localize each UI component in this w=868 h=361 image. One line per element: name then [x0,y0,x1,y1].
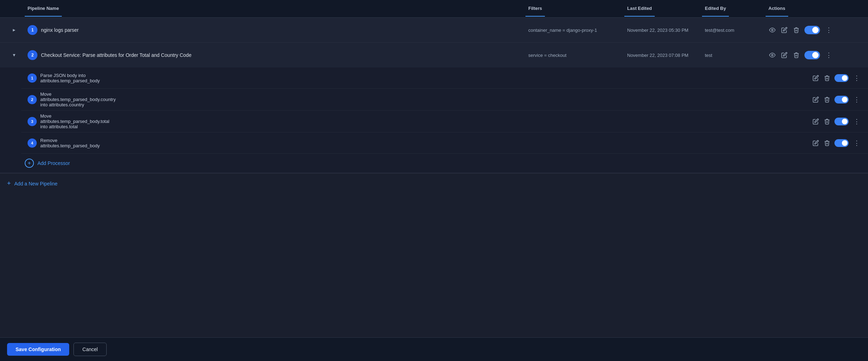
processor-toggle-2-3[interactable] [834,118,849,125]
filter-cell-1: container_name = django-proxy-1 [525,25,624,36]
processor-delete-button-2-1[interactable] [823,74,831,82]
pipeline-name-header: Pipeline Name [25,1,525,17]
pipeline-row-2: ▼ 2 Checkout Service: Parse attributes f… [0,43,868,173]
processor-row-2-2: 2 Move attributes.temp_parsed_body.count… [21,89,868,111]
cancel-button[interactable]: Cancel [73,343,107,356]
date-cell-1: November 22, 2023 05:30 PM [624,25,702,36]
edited-by-header: Edited By [702,1,766,17]
delete-button-2[interactable] [792,51,800,59]
processor-name-cell-2-1: 1 Parse JSON body into attributes.temp_p… [25,70,42,86]
processor-edit-button-2-4[interactable] [812,139,820,147]
date-cell-2: November 22, 2023 07:08 PM [624,50,702,61]
sub-actions-cell-2-2: ⋮ [809,92,864,107]
sub-actions-cell-2-1: ⋮ [809,71,864,85]
processor-row-2-4: 4 Remove attributes.temp_parsed_body [21,132,868,154]
processor-toggle-2-1[interactable] [834,74,849,82]
add-processor-icon: + [25,159,34,168]
pipeline-badge-1: 1 [28,25,37,35]
sub-actions-cell-2-3: ⋮ [809,114,864,129]
last-edited-header: Last Edited [624,1,702,17]
pipelines-table: Pipeline Name Filters Last Edited Edited… [0,0,868,337]
footer-bar: Save Configuration Cancel [0,337,868,361]
processor-badge-2-4: 4 [28,138,37,148]
actions-header: Actions [766,1,843,17]
edit-button-2[interactable] [780,51,788,59]
edited-by-cell-1: test@test.com [702,25,766,36]
processor-more-button-2-3[interactable]: ⋮ [852,117,862,126]
filter-cell-2: service = checkout [525,50,624,61]
add-processor-label: Add Processor [37,160,70,166]
processor-delete-button-2-2[interactable] [823,96,831,103]
view-button-2[interactable] [768,51,776,59]
actions-cell-2: ⋮ [766,48,843,63]
edit-button-1[interactable] [780,26,788,34]
toggle-1[interactable] [804,26,820,34]
pipeline-name-text-2: Checkout Service: Parse attributes for O… [41,52,191,58]
svg-point-0 [772,29,773,31]
processor-more-button-2-2[interactable]: ⋮ [852,95,862,104]
actions-cell-1: ⋮ [766,23,843,37]
processor-toggle-2-2[interactable] [834,96,849,103]
processor-edit-button-2-1[interactable] [812,74,820,82]
add-processor-row[interactable]: + Add Processor [21,154,868,173]
processor-edit-button-2-3[interactable] [812,118,820,125]
processor-more-button-2-4[interactable]: ⋮ [852,138,862,148]
toggle-2[interactable] [804,51,820,59]
sub-actions-cell-2-4: ⋮ [809,136,864,150]
processor-badge-2-3: 3 [28,117,37,126]
pipeline-main-row-1: ► 1 nginx logs parser container_name = d… [0,18,868,42]
processor-row-2-3: 3 Move attributes.temp_parsed_body.total… [21,111,868,132]
processor-row-2-1: 1 Parse JSON body into attributes.temp_p… [21,67,868,89]
pipeline-main-row-2: ▼ 2 Checkout Service: Parse attributes f… [0,43,868,67]
processor-delete-button-2-3[interactable] [823,118,831,125]
svg-point-1 [772,54,773,56]
chevron-down-icon-2[interactable]: ▼ [12,53,16,58]
processor-name-cell-2-3: 3 Move attributes.temp_parsed_body.total… [25,111,42,132]
pipeline-name-text-1: nginx logs parser [41,27,79,33]
pipeline-row-1: ► 1 nginx logs parser container_name = d… [0,18,868,43]
filters-header: Filters [525,1,624,17]
save-button[interactable]: Save Configuration [7,343,69,356]
sub-rows-container-2: 1 Parse JSON body into attributes.temp_p… [0,67,868,173]
processor-edit-button-2-2[interactable] [812,96,820,103]
add-pipeline-label: Add a New Pipeline [14,181,58,187]
more-menu-button-2[interactable]: ⋮ [824,51,834,60]
chevron-right-icon-1[interactable]: ► [12,28,16,32]
processor-name-cell-2-4: 4 Remove attributes.temp_parsed_body [25,135,42,151]
table-header: Pipeline Name Filters Last Edited Edited… [0,0,868,18]
expand-cell-2[interactable]: ▼ [4,53,25,58]
pipeline-badge-2: 2 [28,50,37,60]
processor-more-button-2-1[interactable]: ⋮ [852,73,862,83]
delete-button-1[interactable] [792,26,800,34]
processor-delete-button-2-4[interactable] [823,139,831,147]
expand-cell-1[interactable]: ► [4,28,25,32]
pipeline-name-cell-1: 1 nginx logs parser [25,22,525,38]
add-pipeline-icon: + [7,180,11,187]
edited-by-cell-2: test [702,50,766,61]
add-pipeline-row[interactable]: + Add a New Pipeline [0,173,868,194]
processor-badge-2-2: 2 [28,95,37,104]
processor-name-cell-2-2: 2 Move attributes.temp_parsed_body.count… [25,89,42,110]
view-button-1[interactable] [768,26,776,34]
processor-badge-2-1: 1 [28,73,37,83]
pipeline-name-cell-2: 2 Checkout Service: Parse attributes for… [25,47,525,63]
more-menu-button-1[interactable]: ⋮ [824,25,834,35]
processor-toggle-2-4[interactable] [834,139,849,147]
